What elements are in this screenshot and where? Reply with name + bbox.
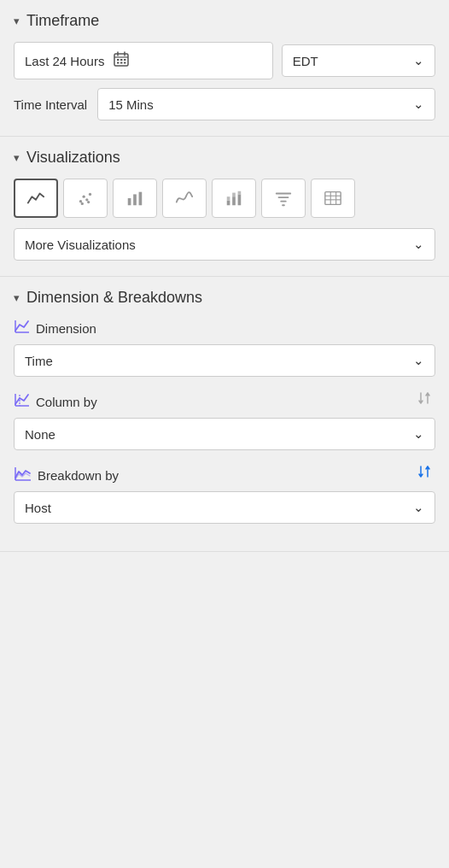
time-interval-row: Time Interval 15 Mins ⌄ (14, 88, 435, 120)
svg-rect-8 (120, 62, 123, 64)
column-by-sub-label: Column by (14, 392, 97, 411)
svg-rect-9 (124, 62, 126, 64)
dimension-sub-label: Dimension (14, 319, 435, 337)
time-interval-value: 15 Mins (108, 97, 154, 112)
breakdown-by-header-row: Breakdown by (14, 462, 435, 484)
dimension-select-chevron-icon: ⌄ (413, 353, 424, 368)
more-visualizations-select[interactable]: More Visualizations ⌄ (14, 228, 435, 261)
bar-chart-icon (125, 189, 144, 208)
breakdown-by-sub-label: Breakdown by (14, 466, 119, 484)
dimension-icon (14, 319, 31, 337)
visualizations-section: ▾ Visualizations (0, 137, 449, 277)
svg-point-11 (83, 196, 85, 198)
dimension-select[interactable]: Time ⌄ (14, 344, 435, 377)
viz-funnel-button[interactable] (261, 179, 306, 218)
visualizations-title: Visualizations (26, 149, 120, 167)
more-viz-chevron-icon: ⌄ (413, 237, 424, 252)
breakdown-by-chevron-icon: ⌄ (413, 500, 424, 515)
time-interval-chevron-icon: ⌄ (413, 97, 424, 112)
svg-rect-22 (232, 193, 236, 197)
dimension-select-row: Time ⌄ (14, 344, 435, 377)
breakdown-by-icon (14, 466, 32, 484)
dimension-value: Time (25, 354, 53, 368)
dimension-breakdowns-section: ▾ Dimension & Breakdowns Dimension Time … (0, 277, 449, 552)
dimension-label: Dimension (36, 321, 96, 336)
dimension-breakdowns-title: Dimension & Breakdowns (26, 289, 202, 307)
visualizations-chevron-icon: ▾ (14, 151, 20, 164)
timezone-select[interactable]: EDT ⌄ (282, 44, 435, 77)
timeframe-chevron-icon: ▾ (14, 15, 20, 27)
timezone-chevron-icon: ⌄ (413, 53, 424, 68)
breakdown-by-sort-icon[interactable] (413, 462, 435, 484)
column-by-sort-icon[interactable] (413, 389, 435, 411)
svg-point-14 (81, 202, 84, 205)
visualizations-header: ▾ Visualizations (14, 149, 435, 167)
breakdown-by-value: Host (25, 501, 51, 515)
viz-stacked-bar-button[interactable] (212, 179, 256, 218)
time-interval-label: Time Interval (14, 97, 87, 112)
breakdown-by-label: Breakdown by (38, 468, 119, 483)
dimension-breakdowns-header: ▾ Dimension & Breakdowns (14, 289, 435, 307)
column-by-select[interactable]: None ⌄ (14, 418, 435, 450)
svg-rect-6 (124, 59, 126, 61)
smooth-line-icon (175, 189, 194, 208)
time-range-value: Last 24 Hours (25, 54, 104, 68)
viz-bar-button[interactable] (113, 179, 157, 218)
breakdown-by-select-row: Host ⌄ (14, 491, 435, 524)
svg-point-15 (87, 201, 90, 203)
calendar-icon (113, 50, 130, 71)
svg-point-12 (85, 198, 88, 201)
timeframe-section: ▾ Timeframe Last 24 Hours (0, 0, 449, 137)
timeframe-header: ▾ Timeframe (14, 12, 435, 30)
viz-line-button[interactable] (14, 179, 58, 218)
svg-rect-19 (227, 201, 230, 206)
time-range-text-group: Last 24 Hours (25, 50, 130, 71)
breakdown-by-select[interactable]: Host ⌄ (14, 491, 435, 524)
column-by-label: Column by (36, 395, 97, 409)
time-interval-select[interactable]: 15 Mins ⌄ (97, 88, 435, 120)
column-by-icon (14, 392, 31, 411)
funnel-icon (274, 189, 293, 208)
svg-rect-7 (117, 62, 120, 64)
svg-rect-20 (227, 196, 230, 201)
viz-scatter-button[interactable] (63, 179, 108, 218)
column-by-header-row: Column by (14, 389, 435, 411)
timezone-value: EDT (293, 54, 318, 68)
svg-rect-23 (238, 194, 242, 205)
viz-icons-row (14, 179, 435, 218)
timeframe-title: Timeframe (26, 12, 99, 30)
dimension-chevron-icon: ▾ (14, 291, 20, 304)
more-visualizations-label: More Visualizations (25, 238, 136, 252)
svg-rect-29 (325, 192, 341, 205)
line-chart-icon (26, 189, 45, 208)
svg-point-13 (89, 193, 91, 196)
svg-rect-18 (139, 192, 143, 206)
svg-rect-16 (128, 198, 131, 205)
stacked-bar-icon (224, 189, 243, 208)
svg-rect-5 (120, 59, 123, 61)
column-by-value: None (25, 427, 55, 442)
svg-rect-17 (133, 194, 137, 205)
column-by-select-row: None ⌄ (14, 418, 435, 450)
time-range-select[interactable]: Last 24 Hours (14, 42, 273, 79)
viz-table-button[interactable] (311, 179, 355, 218)
svg-point-10 (79, 200, 82, 202)
svg-rect-21 (232, 196, 236, 205)
timeframe-row: Last 24 Hours (14, 42, 435, 79)
svg-rect-4 (117, 59, 120, 61)
table-icon (324, 189, 342, 208)
column-by-chevron-icon: ⌄ (413, 426, 424, 442)
scatter-chart-icon (76, 189, 95, 208)
viz-smooth-button[interactable] (162, 179, 207, 218)
svg-rect-24 (238, 191, 242, 195)
